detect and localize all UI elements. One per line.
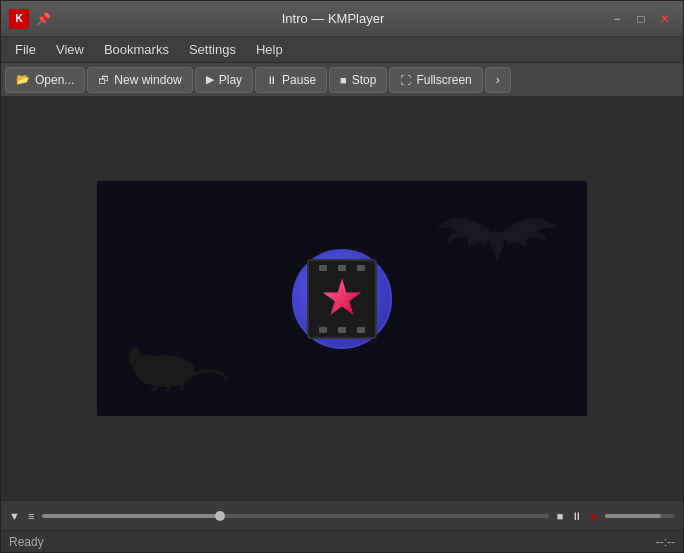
play-label: Play xyxy=(219,73,242,87)
main-content xyxy=(1,97,683,500)
volume-fill xyxy=(605,514,661,518)
stop-button[interactable]: ■ Stop xyxy=(329,67,387,93)
star-icon xyxy=(322,279,362,319)
progress-bar[interactable] xyxy=(42,514,548,518)
toolbar: 📂 Open... 🗗 New window ▶ Play ⏸ Pause ■ … xyxy=(1,63,683,97)
fullscreen-label: Fullscreen xyxy=(416,73,471,87)
km-logo xyxy=(292,249,392,349)
svg-point-4 xyxy=(130,347,140,359)
volume-bar[interactable] xyxy=(605,514,675,518)
film-hole xyxy=(319,327,327,333)
playlist-button[interactable]: ≡ xyxy=(28,510,34,522)
title-bar: K 📌 Intro — KMPlayer − □ ✕ xyxy=(1,1,683,37)
new-window-icon: 🗗 xyxy=(98,74,109,86)
more-button[interactable]: › xyxy=(485,67,511,93)
app-window: K 📌 Intro — KMPlayer − □ ✕ File View Boo… xyxy=(0,0,684,553)
progress-fill xyxy=(42,514,219,518)
pause-button[interactable]: ⏸ Pause xyxy=(255,67,327,93)
window-title: Intro — KMPlayer xyxy=(59,11,607,26)
video-frame[interactable] xyxy=(97,181,587,416)
menu-help[interactable]: Help xyxy=(246,39,293,60)
fullscreen-button[interactable]: ⛶ Fullscreen xyxy=(389,67,482,93)
menu-bookmarks[interactable]: Bookmarks xyxy=(94,39,179,60)
menu-bar: File View Bookmarks Settings Help xyxy=(1,37,683,63)
film-hole xyxy=(338,327,346,333)
more-icon: › xyxy=(496,73,500,87)
menu-file[interactable]: File xyxy=(5,39,46,60)
pin-icon[interactable]: 📌 xyxy=(35,11,51,27)
open-label: Open... xyxy=(35,73,74,87)
open-icon: 📂 xyxy=(16,73,30,86)
svg-line-6 xyxy=(167,386,169,391)
open-button[interactable]: 📂 Open... xyxy=(5,67,85,93)
progress-thumb xyxy=(215,511,225,521)
film-strip xyxy=(307,259,377,339)
film-hole xyxy=(357,265,365,271)
pause-label: Pause xyxy=(282,73,316,87)
play-icon: ▶ xyxy=(206,73,214,86)
maximize-button[interactable]: □ xyxy=(631,9,651,29)
rat-silhouette xyxy=(127,336,227,391)
record-button[interactable]: ● xyxy=(590,510,597,522)
status-bar: Ready --:-- xyxy=(1,530,683,552)
bottom-controls: ▼ ≡ ■ ⏸ ● xyxy=(1,500,683,530)
close-button[interactable]: ✕ xyxy=(655,9,675,29)
svg-point-0 xyxy=(490,231,504,251)
bat-silhouette xyxy=(437,201,557,276)
pause-control-button[interactable]: ⏸ xyxy=(571,510,582,522)
app-logo-icon: K xyxy=(9,9,29,29)
stop-label: Stop xyxy=(352,73,377,87)
film-holes-top xyxy=(309,265,375,271)
stop-icon: ■ xyxy=(340,74,347,86)
status-text: Ready xyxy=(9,535,44,549)
play-button[interactable]: ▶ Play xyxy=(195,67,253,93)
minimize-button[interactable]: − xyxy=(607,9,627,29)
dropdown-button[interactable]: ▼ xyxy=(9,510,20,522)
film-hole xyxy=(357,327,365,333)
menu-settings[interactable]: Settings xyxy=(179,39,246,60)
new-window-button[interactable]: 🗗 New window xyxy=(87,67,192,93)
stop-control-button[interactable]: ■ xyxy=(557,510,564,522)
new-window-label: New window xyxy=(114,73,181,87)
title-bar-logo: K 📌 xyxy=(9,9,51,29)
time-display: --:-- xyxy=(656,535,675,549)
film-holes-bottom xyxy=(309,327,375,333)
menu-view[interactable]: View xyxy=(46,39,94,60)
title-bar-controls: − □ ✕ xyxy=(607,9,675,29)
film-hole xyxy=(319,265,327,271)
svg-line-5 xyxy=(152,386,157,391)
pause-icon: ⏸ xyxy=(266,74,277,86)
fullscreen-icon: ⛶ xyxy=(400,74,411,86)
film-hole xyxy=(338,265,346,271)
